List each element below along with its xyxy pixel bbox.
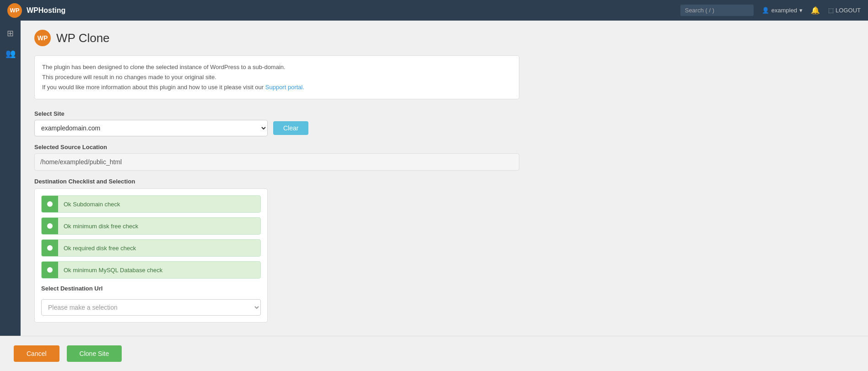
topnav-user-menu[interactable]: 👤 exampled ▾ xyxy=(762,7,803,14)
topnav-logo: WP xyxy=(7,3,22,18)
checklist-section-label: Destination Checklist and Selection xyxy=(34,178,519,185)
check-dot xyxy=(47,223,53,229)
select-site-row: exampledomain.com Clear xyxy=(34,120,519,136)
info-line1: The plugin has been designed to clone th… xyxy=(42,62,512,72)
bottom-bar: Cancel Clone Site xyxy=(0,336,868,371)
checklist-text: Ok minimum MySQL Database check xyxy=(58,267,168,274)
source-location-group: Selected Source Location xyxy=(34,144,519,171)
logout-icon: ⬚ xyxy=(828,7,834,14)
info-line2: This procedure will result in no changes… xyxy=(42,72,512,82)
checklist-indicator xyxy=(42,218,58,234)
cancel-button[interactable]: Cancel xyxy=(14,345,59,362)
checklist-item: Ok minimum disk free check xyxy=(41,217,261,235)
sidebar-item-users[interactable]: 👥 xyxy=(2,45,19,62)
site-select[interactable]: exampledomain.com xyxy=(34,120,268,136)
checklist-indicator xyxy=(42,240,58,256)
clone-site-button[interactable]: Clone Site xyxy=(67,345,122,362)
topnav-right: 👤 exampled ▾ 🔔 ⬚ LOGOUT xyxy=(680,5,861,16)
clear-button[interactable]: Clear xyxy=(273,121,308,135)
checklist-text: Ok required disk free check xyxy=(58,245,141,252)
main-content: WP WP Clone The plugin has been designed… xyxy=(21,21,868,336)
source-location-label: Selected Source Location xyxy=(34,144,519,151)
sidebar: ⊞ 👥 xyxy=(0,21,21,336)
checklist-text: Ok Subdomain check xyxy=(58,201,126,208)
select-site-group: Select Site exampledomain.com Clear xyxy=(34,110,519,136)
top-navigation: WP WPHosting 👤 exampled ▾ 🔔 ⬚ LOGOUT xyxy=(0,0,868,21)
checklist-box: Ok Subdomain check Ok minimum disk free … xyxy=(34,188,268,323)
user-icon: 👤 xyxy=(762,7,769,14)
notifications-bell-icon[interactable]: 🔔 xyxy=(811,6,820,15)
check-dot xyxy=(47,267,53,273)
page-title-icon: WP xyxy=(34,30,51,46)
users-icon: 👥 xyxy=(5,48,16,59)
sidebar-item-apps[interactable]: ⊞ xyxy=(2,25,19,42)
main-layout: ⊞ 👥 WP WP Clone The plugin has been desi… xyxy=(0,21,868,336)
destination-url-label: Select Destination Url xyxy=(41,285,261,292)
search-input[interactable] xyxy=(680,5,754,16)
check-dot xyxy=(47,201,53,207)
checklist-indicator xyxy=(42,196,58,212)
checklist-item: Ok Subdomain check xyxy=(41,195,261,213)
page-title: WP Clone xyxy=(56,31,110,45)
topnav-left: WP WPHosting xyxy=(7,3,65,18)
logout-button[interactable]: ⬚ LOGOUT xyxy=(828,7,861,14)
checklist-item: Ok required disk free check xyxy=(41,239,261,257)
apps-icon: ⊞ xyxy=(7,28,14,38)
support-portal-link[interactable]: Support portal. xyxy=(265,84,304,91)
checklist-group: Destination Checklist and Selection Ok S… xyxy=(34,178,519,323)
form-section: Select Site exampledomain.com Clear Sele… xyxy=(34,110,519,323)
checklist-indicator xyxy=(42,262,58,278)
checklist-item: Ok minimum MySQL Database check xyxy=(41,261,261,279)
destination-url-select[interactable]: Please make a selection xyxy=(41,299,261,316)
chevron-down-icon: ▾ xyxy=(799,7,803,14)
destination-url-group: Select Destination Url Please make a sel… xyxy=(41,285,261,316)
info-line3: If you would like more information about… xyxy=(42,82,512,92)
source-location-input xyxy=(34,153,519,171)
select-site-label: Select Site xyxy=(34,110,519,117)
check-dot xyxy=(47,245,53,251)
page-title-row: WP WP Clone xyxy=(34,30,854,46)
info-box: The plugin has been designed to clone th… xyxy=(34,55,519,99)
checklist-text: Ok minimum disk free check xyxy=(58,223,144,230)
topnav-brand: WPHosting xyxy=(27,6,65,15)
